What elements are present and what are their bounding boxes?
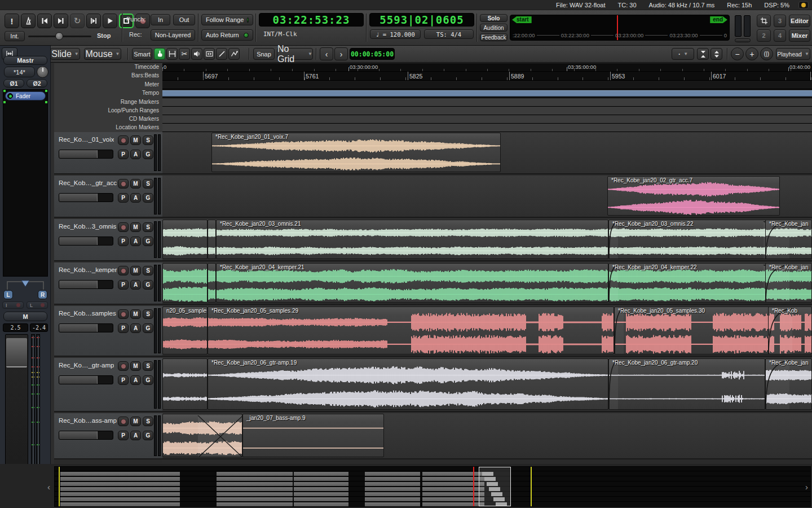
summary-scroll-right-button[interactable]: ›	[805, 482, 808, 492]
summary-playhead[interactable]	[473, 467, 474, 507]
window-4-button[interactable]: 4	[774, 29, 786, 42]
track-automation-button[interactable]: A	[130, 237, 141, 246]
timesig-button[interactable]: TS: 4/4	[424, 29, 474, 39]
goto-start-button[interactable]	[37, 14, 52, 28]
master-fader[interactable]	[5, 334, 28, 477]
track-group-button[interactable]: G	[143, 431, 153, 440]
track-name-label[interactable]: Rec_Kob…_kemper	[59, 266, 117, 273]
shuttle-thumb[interactable]	[55, 32, 63, 40]
track-rec-arm-button[interactable]	[118, 361, 129, 371]
track-playlist-button[interactable]: P	[118, 431, 129, 440]
audio-region[interactable]: *Rec_Kobe_jan20_01_voix.7	[211, 133, 501, 172]
audio-region[interactable]	[162, 220, 208, 259]
zoom-to-session-button[interactable]: (|)	[760, 47, 773, 60]
audio-region[interactable]	[208, 263, 216, 303]
track-mute-button[interactable]: M	[130, 417, 141, 426]
track-rec-arm-button[interactable]	[118, 222, 129, 232]
master-trim-knob[interactable]	[37, 66, 48, 78]
track-automation-button[interactable]: A	[130, 431, 141, 440]
midi-panic-button[interactable]: !	[5, 14, 19, 28]
nudge-clock[interactable]: 00:00:05:00	[350, 48, 395, 60]
fader-processor-entry[interactable]: Fader	[5, 91, 46, 100]
window-3-button[interactable]: 3	[774, 15, 786, 27]
session-end-marker[interactable]: end	[710, 16, 727, 23]
track-header[interactable]: Rec_Ko…_01_voixMSPAG	[54, 132, 162, 174]
ruler-row-location-markers[interactable]	[162, 124, 812, 132]
input-button[interactable]: I	[2, 301, 24, 309]
audio-region[interactable]	[162, 414, 242, 457]
track-gain-slider[interactable]	[59, 193, 113, 202]
track-header[interactable]: Rec_Kob…samplesMSPAG	[54, 306, 162, 357]
audio-region[interactable]: _jan20_07_bass-amp.9	[242, 414, 384, 457]
track-name-label[interactable]: Rec_Ko…_gtr-amp	[59, 362, 114, 369]
nudge-forward-button[interactable]: ›	[334, 47, 348, 60]
window-2-button[interactable]: 2	[757, 29, 771, 42]
edit-mode-dropdown[interactable]: Slide▼	[50, 48, 80, 60]
audio-region[interactable]: *Rec_Kobe_jan20_04_kemper.22	[608, 263, 785, 303]
track-automation-button[interactable]: A	[130, 280, 141, 290]
phase-invert-1-button[interactable]: Ø1	[3, 79, 24, 87]
ruler-row-meter[interactable]	[162, 81, 812, 89]
processor-box[interactable]: Fader	[3, 89, 48, 277]
track-playlist-button[interactable]: P	[118, 280, 129, 290]
pan-right-button[interactable]: R	[38, 290, 47, 299]
zoom-out-button[interactable]: −	[731, 47, 744, 60]
audio-region[interactable]: n20_05_samples.	[162, 306, 208, 354]
processor-active-led[interactable]	[7, 93, 13, 99]
timefx-tool-button[interactable]	[204, 48, 215, 60]
audio-region[interactable]: *Rec_Kobe_jan20_06_gtr-amp.19	[208, 358, 608, 410]
audio-region[interactable]: *Rec_Kobe_jan20_03_omnis.22	[608, 220, 785, 259]
track-lane[interactable]: *Rec_Kobe_jan20_06_gtr-amp.19*Rec_Kobe_j…	[162, 358, 812, 412]
ruler-row-range-markers[interactable]	[162, 98, 812, 107]
track-mute-button[interactable]: M	[130, 309, 141, 319]
audition-button[interactable]: Audition	[480, 24, 508, 32]
pan-left-button[interactable]: L	[3, 290, 13, 299]
audio-region[interactable]: *Rec_Kobe_jan20_02_gtr_acc.7	[607, 176, 780, 216]
track-solo-button[interactable]: S	[143, 417, 153, 426]
track-playlist-button[interactable]: P	[118, 323, 129, 333]
auto-return-button[interactable]: Auto Return	[201, 29, 253, 41]
track-gain-slider[interactable]	[59, 323, 113, 332]
track-header[interactable]: Rec_Kob…_gtr_accMSPAG	[54, 176, 162, 218]
track-playlist-button[interactable]: P	[118, 193, 129, 203]
audio-region[interactable]: *Rec_Kobe_jan20_05_samples.30	[614, 306, 788, 354]
secondary-clock[interactable]: 5593|02|0605	[369, 13, 474, 27]
track-header[interactable]: Rec_Kob…3_omnisMSPAG	[54, 219, 162, 261]
follow-range-button[interactable]: Follow Range	[201, 14, 253, 25]
play-button[interactable]	[103, 14, 117, 28]
audio-region[interactable]: *Rec_Kobe_jan	[765, 263, 812, 303]
track-mute-button[interactable]: M	[130, 222, 141, 232]
track-group-button[interactable]: G	[143, 280, 153, 290]
editor-button[interactable]: Editor	[789, 15, 810, 27]
track-gain-slider[interactable]	[59, 237, 113, 246]
track-canvas[interactable]: *Rec_Kobe_jan20_01_voix.7*Rec_Kobe_jan20…	[162, 132, 812, 464]
ruler-row-bars-beats[interactable]: 5697576158255889595360176081	[162, 72, 812, 81]
mixer-button[interactable]: Mixer	[789, 29, 810, 42]
track-lane[interactable]: *Rec_Kobe_jan20_02_gtr_acc.7	[162, 176, 812, 218]
expand-tracks-button[interactable]	[710, 48, 722, 60]
track-playlist-button[interactable]: P	[118, 237, 129, 246]
track-solo-button[interactable]: S	[143, 309, 153, 319]
track-lane[interactable]: *Rec_Kobe_jan20_04_kemper.21*Rec_Kobe_ja…	[162, 262, 812, 305]
audio-region[interactable]	[208, 220, 216, 259]
pan-widget[interactable]	[3, 278, 48, 290]
track-name-label[interactable]: Rec_Kob…_gtr_acc	[59, 179, 117, 186]
summary-scroll-left-button[interactable]: ‹	[47, 482, 50, 492]
solo-button[interactable]: Solo	[480, 14, 508, 22]
feedback-button[interactable]: Feedback	[480, 33, 508, 41]
gain-value-display[interactable]: 2.5	[3, 323, 28, 332]
tempo-bar[interactable]	[162, 90, 812, 97]
edit-automation-tool-button[interactable]	[228, 48, 240, 60]
master-gain-button[interactable]: *14*	[4, 67, 35, 77]
range-tool-button[interactable]	[166, 48, 178, 60]
audition-tool-button[interactable]	[191, 48, 202, 60]
track-gain-slider[interactable]	[59, 150, 113, 159]
ruler-row-timecode[interactable]: 003:30:00:0003:35:00:0003:40:00	[162, 63, 812, 72]
track-name-label[interactable]: Rec_Kob…ass-amp	[59, 417, 117, 424]
track-solo-button[interactable]: S	[143, 361, 153, 371]
phase-invert-2-button[interactable]: Ø2	[27, 79, 47, 87]
zoom-focus-dropdown[interactable]: ·▼	[672, 48, 694, 60]
disk-button[interactable]: L	[27, 301, 48, 309]
track-automation-button[interactable]: A	[130, 323, 141, 333]
mini-timeline[interactable]: start end :22:00:0003:22:30:0003:23:00:0…	[510, 15, 730, 41]
